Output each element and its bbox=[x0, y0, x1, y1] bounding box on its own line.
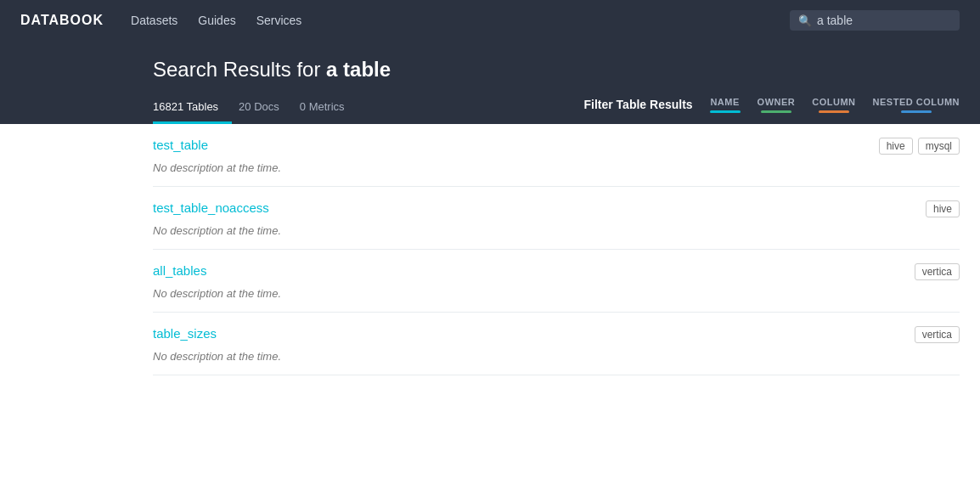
result-desc-1: No description at the time. bbox=[153, 224, 960, 237]
filter-owner-label: OWNER bbox=[758, 97, 796, 107]
result-item-0: test_table hive mysql No description at … bbox=[153, 124, 960, 187]
result-desc-0: No description at the time. bbox=[153, 161, 960, 174]
search-query: a table bbox=[326, 58, 391, 81]
result-row-3: table_sizes vertica bbox=[153, 326, 960, 343]
tab-metrics[interactable]: 0 Metrics bbox=[300, 93, 358, 124]
tag-hive-0[interactable]: hive bbox=[879, 138, 913, 155]
result-item-1: test_table_noaccess hive No description … bbox=[153, 187, 960, 250]
filter-name-bar bbox=[710, 110, 741, 113]
result-row-2: all_tables vertica bbox=[153, 263, 960, 280]
nav-links: Datasets Guides Services bbox=[131, 14, 790, 27]
filter-name[interactable]: NAME bbox=[710, 97, 741, 113]
results-container: test_table hive mysql No description at … bbox=[0, 124, 980, 375]
tab-docs-label: 20 Docs bbox=[239, 100, 279, 113]
result-item-3: table_sizes vertica No description at th… bbox=[153, 313, 960, 375]
result-link-1[interactable]: test_table_noaccess bbox=[153, 200, 269, 215]
tab-metrics-label: 0 Metrics bbox=[300, 100, 345, 113]
filter-owner[interactable]: OWNER bbox=[758, 97, 796, 113]
result-desc-2: No description at the time. bbox=[153, 287, 960, 300]
filter-owner-bar bbox=[761, 110, 791, 113]
tag-vertica-3[interactable]: vertica bbox=[915, 326, 960, 343]
tabs-filter-row: 16821 Tables 20 Docs 0 Metrics Filter Ta… bbox=[153, 93, 960, 124]
search-icon: 🔍 bbox=[798, 14, 812, 27]
filter-nested-column[interactable]: NESTED COLUMN bbox=[873, 97, 960, 113]
search-input[interactable] bbox=[817, 14, 951, 27]
filter-right: Filter Table Results NAME OWNER COLUMN bbox=[583, 97, 960, 121]
result-tags-2: vertica bbox=[915, 263, 960, 280]
top-area: Search Results for a table 16821 Tables … bbox=[0, 41, 980, 124]
navbar: DATABOOK Datasets Guides Services 🔍 bbox=[0, 0, 980, 41]
search-title: Search Results for a table bbox=[153, 58, 960, 82]
result-item-2: all_tables vertica No description at the… bbox=[153, 250, 960, 313]
tag-vertica-2[interactable]: vertica bbox=[915, 263, 960, 280]
tab-tables[interactable]: 16821 Tables bbox=[153, 93, 232, 124]
filter-nested-label: NESTED COLUMN bbox=[873, 97, 960, 107]
search-prefix: Search Results for bbox=[153, 58, 326, 81]
search-box[interactable]: 🔍 bbox=[790, 10, 960, 31]
nav-services[interactable]: Services bbox=[256, 14, 302, 27]
brand-logo: DATABOOK bbox=[20, 13, 104, 28]
result-link-2[interactable]: all_tables bbox=[153, 263, 206, 278]
top-inner: Search Results for a table 16821 Tables … bbox=[0, 41, 980, 124]
nav-guides[interactable]: Guides bbox=[198, 14, 235, 27]
result-desc-3: No description at the time. bbox=[153, 350, 960, 363]
filter-column-label: COLUMN bbox=[812, 97, 855, 107]
tag-hive-1[interactable]: hive bbox=[926, 200, 960, 217]
result-tags-3: vertica bbox=[915, 326, 960, 343]
result-row-0: test_table hive mysql bbox=[153, 138, 960, 155]
tag-mysql-0[interactable]: mysql bbox=[918, 138, 960, 155]
result-link-0[interactable]: test_table bbox=[153, 138, 208, 152]
result-tags-0: hive mysql bbox=[879, 138, 960, 155]
tab-docs[interactable]: 20 Docs bbox=[239, 93, 293, 124]
result-link-3[interactable]: table_sizes bbox=[153, 326, 217, 341]
tab-tables-label: 16821 Tables bbox=[153, 100, 218, 113]
result-tags-1: hive bbox=[926, 200, 960, 217]
filter-column[interactable]: COLUMN bbox=[812, 97, 855, 113]
filter-options: NAME OWNER COLUMN NESTED COLUMN bbox=[710, 97, 960, 113]
filter-title: Filter Table Results bbox=[583, 98, 692, 111]
filter-nested-bar bbox=[901, 110, 932, 113]
nav-datasets[interactable]: Datasets bbox=[131, 14, 177, 27]
result-row-1: test_table_noaccess hive bbox=[153, 200, 960, 217]
tabs-row: 16821 Tables 20 Docs 0 Metrics bbox=[153, 93, 365, 124]
filter-name-label: NAME bbox=[710, 97, 739, 107]
filter-column-bar bbox=[819, 110, 849, 113]
